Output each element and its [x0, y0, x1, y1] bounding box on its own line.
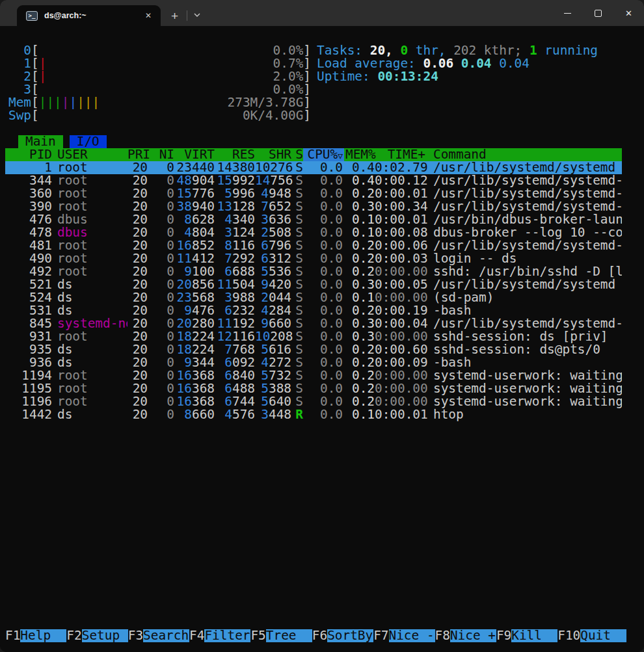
column-header-s[interactable]: S — [291, 148, 303, 161]
process-row[interactable]: 936ds200934460924272S0.00.20:00.09-bash — [5, 356, 622, 369]
process-row[interactable]: 490root2001141272926312S0.00.20:00.03log… — [5, 252, 622, 265]
fkey-button-help[interactable]: Help — [20, 629, 66, 642]
process-row[interactable]: 481root2001685281166796S0.00.20:00.06/us… — [5, 239, 622, 252]
state-cell: S — [291, 369, 303, 382]
cpu-percent-cell: 0.0 — [303, 239, 344, 252]
column-header-cpu[interactable]: CPU%▽ — [303, 148, 344, 161]
process-row[interactable]: 1194root2001636868405732S0.00.20:00.00sy… — [5, 369, 622, 382]
meter-swp: Swp[0K/4.00G] — [5, 109, 311, 122]
column-header-time[interactable]: TIME+ — [375, 148, 425, 161]
state-cell: S — [291, 395, 303, 408]
column-header-user[interactable]: USER — [52, 148, 127, 161]
process-row[interactable]: 521ds20020856115049420S0.00.30:00.05/usr… — [5, 278, 622, 291]
process-row[interactable]: 1442ds200866045763448R0.00.10:00.01htop — [5, 408, 622, 421]
fkey-f1: F1 — [5, 629, 20, 642]
res-cell: 7768 — [215, 343, 255, 356]
fkey-button-nice-[interactable]: Nice - — [389, 629, 435, 642]
command-cell: /usr/lib/systemd/systemd --u — [425, 278, 622, 291]
time-cell: 0:00.05 — [375, 278, 425, 291]
column-header-pri[interactable]: PRI — [127, 148, 148, 161]
shr-cell: 2044 — [255, 291, 291, 304]
fkey-button-tree[interactable]: Tree — [266, 629, 312, 642]
pid-cell: 1442 — [5, 408, 52, 421]
shr-cell: 6796 — [255, 239, 291, 252]
fkey-button-quit[interactable]: Quit — [580, 629, 626, 642]
column-header-mem[interactable]: MEM% — [344, 148, 375, 161]
user-cell: root — [52, 369, 127, 382]
column-header-ni[interactable]: NI — [148, 148, 174, 161]
close-button[interactable]: ✕ — [613, 0, 644, 26]
mem-percent-cell: 0.3 — [344, 330, 375, 343]
time-cell: 0:00.12 — [375, 174, 425, 187]
column-header-virt[interactable]: VIRT — [174, 148, 215, 161]
column-header-command[interactable]: Command — [425, 148, 622, 161]
command-cell: /usr/lib/systemd/systemd-jou — [425, 174, 622, 187]
fkey-button-sortby[interactable]: SortBy — [327, 629, 373, 642]
user-cell: systemd-ne — [52, 317, 127, 330]
priority-cell: 20 — [127, 343, 148, 356]
state-cell: S — [291, 200, 303, 213]
pid-cell: 845 — [5, 317, 52, 330]
fkey-button-search[interactable]: Search — [143, 629, 189, 642]
summary-segment: 0.04 — [461, 56, 499, 71]
process-row[interactable]: 390root20038940131287652S0.00.30:00.34/u… — [5, 200, 622, 213]
mem-percent-cell: 0.2 — [344, 369, 375, 382]
nice-cell: 0 — [148, 382, 174, 395]
meter-bracket: ] — [303, 109, 311, 122]
fkey-button-setup[interactable]: Setup — [82, 629, 128, 642]
meter-tick-green: | — [39, 96, 47, 109]
mb-digits: 3 — [261, 407, 269, 422]
priority-cell: 20 — [127, 408, 148, 421]
state-cell: S — [291, 213, 303, 226]
tab-dropdown-icon[interactable] — [193, 8, 201, 20]
shr-cell: 14756 — [255, 174, 291, 187]
process-row[interactable]: 1195root2001636864885388S0.00.20:00.00sy… — [5, 382, 622, 395]
window-controls: ✕ — [552, 0, 644, 26]
process-row[interactable]: 1root200234401438010276S0.00.40:02.79/us… — [5, 161, 622, 174]
titlebar[interactable]: >_ ds@arch:~ ✕ + ✕ — [0, 0, 644, 26]
column-header-shr[interactable]: SHR — [255, 148, 291, 161]
virt-cell: 38940 — [174, 200, 215, 213]
process-row[interactable]: 935ds2001822477685616S0.00.20:00.60sshd-… — [5, 343, 622, 356]
tab-main[interactable]: Main — [18, 135, 63, 148]
command-cell: /usr/lib/systemd/systemd-log — [425, 239, 622, 252]
terminal-tab[interactable]: >_ ds@arch:~ ✕ — [17, 5, 161, 26]
column-header-res[interactable]: RES — [215, 148, 255, 161]
command-cell: systemd-userwork: waiting … — [425, 395, 622, 408]
process-row[interactable]: 845systemd-ne20020280111929660S0.00.30:0… — [5, 317, 622, 330]
user-cell: ds — [52, 343, 127, 356]
tab-close-icon[interactable]: ✕ — [142, 10, 154, 21]
process-row[interactable]: 344root200489041599214756S0.00.40:00.12/… — [5, 174, 622, 187]
mem-percent-cell: 0.3 — [344, 200, 375, 213]
time-cell: 0:00.00 — [375, 395, 425, 408]
cpu-percent-cell: 0.0 — [303, 382, 344, 395]
fkey-button-nice-[interactable]: Nice + — [450, 629, 496, 642]
time-cell: 0:00.08 — [375, 226, 425, 239]
process-row[interactable]: 492root200910066885536S0.00.20:00.00sshd… — [5, 265, 622, 278]
column-header-pid[interactable]: PID — [5, 148, 52, 161]
meter-value: 0.7% — [273, 57, 304, 70]
process-row[interactable]: 476dbus200862843403636S0.00.10:00.01/usr… — [5, 213, 622, 226]
process-row[interactable]: 524ds2002356839882044S0.00.10:00.00(sd-p… — [5, 291, 622, 304]
maximize-button[interactable] — [583, 0, 613, 26]
new-tab-button[interactable]: + — [171, 10, 178, 22]
fkey-button-filter[interactable]: Filter — [204, 629, 250, 642]
res-cell: 6488 — [215, 382, 255, 395]
process-row[interactable]: 531ds200947662324284S0.00.20:00.19-bash — [5, 304, 622, 317]
tab-io[interactable]: I/O — [70, 135, 107, 148]
terminal-screen[interactable]: 0[0.0%]1[|0.7%]2[|2.0%]3[0.0%]Mem[||||||… — [0, 26, 644, 652]
tabbar-divider — [187, 10, 187, 21]
cpu-percent-cell: 0.0 — [303, 369, 344, 382]
shr-cell: 2508 — [255, 226, 291, 239]
process-table: PIDUSERPRINIVIRTRESSHRSCPU%▽MEM%TIME+Com… — [5, 148, 622, 421]
kb-digits: 576 — [232, 407, 255, 422]
time-cell: 0:00.60 — [375, 343, 425, 356]
process-row[interactable]: 931root200182241211610208S0.00.30:00.00s… — [5, 330, 622, 343]
res-cell: 8116 — [215, 239, 255, 252]
state-cell: S — [291, 252, 303, 265]
fkey-button-kill[interactable]: Kill — [511, 629, 557, 642]
process-row[interactable]: 360root2001577659964948S0.00.20:00.01/us… — [5, 187, 622, 200]
process-row[interactable]: 1196root2001636867445640S0.00.20:00.00sy… — [5, 395, 622, 408]
minimize-button[interactable] — [552, 0, 583, 26]
process-row[interactable]: 478dbus200480431242508S0.00.10:00.08dbus… — [5, 226, 622, 239]
